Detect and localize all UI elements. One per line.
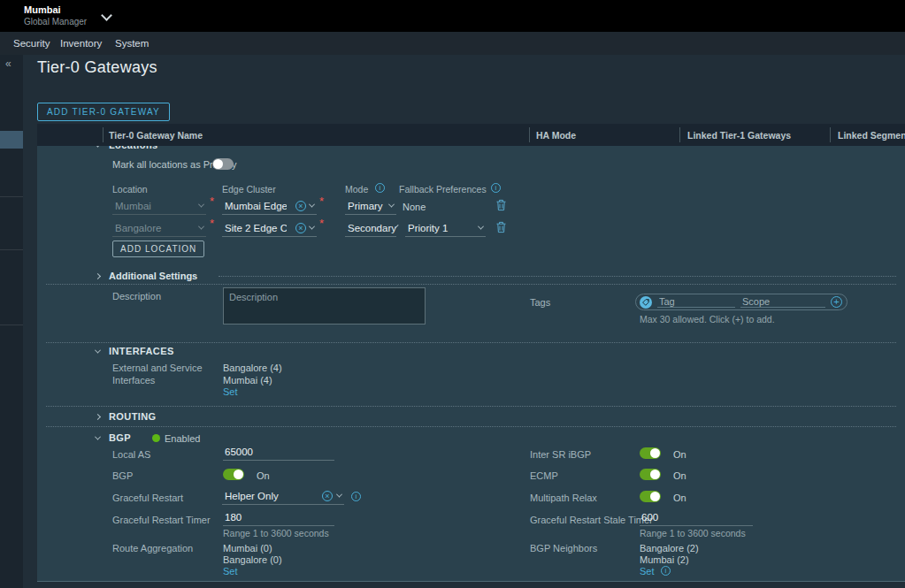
chevron-right-icon — [95, 272, 101, 279]
required-asterisk: * — [319, 217, 324, 230]
toggle-knob — [650, 492, 660, 501]
chevron-down-icon — [478, 224, 484, 230]
stale-timer-label: Graceful Restart Stale Timer — [530, 515, 653, 525]
delete-location-trash-icon[interactable] — [495, 221, 507, 233]
toggle-knob — [650, 470, 660, 479]
ecmp-label: ECMP — [530, 470, 558, 481]
scope-input[interactable] — [740, 296, 825, 308]
section-header-additional-settings[interactable]: Additional Settings — [96, 271, 197, 281]
required-asterisk: * — [210, 217, 214, 230]
graceful-restart-info-icon[interactable]: i — [351, 492, 361, 501]
sidebar-divider — [0, 196, 23, 197]
chevron-down-icon — [95, 433, 101, 439]
column-header-linked-segments: Linked Segments — [838, 130, 905, 141]
section-header-interfaces[interactable]: INTERFACES — [96, 346, 174, 356]
column-header-ha-mode: HA Mode — [536, 130, 576, 141]
location-select-row1[interactable]: Mumbai — [112, 199, 206, 215]
section-header-bgp[interactable]: BGP — [96, 432, 131, 443]
table-header-row: Tier-0 Gateway Name HA Mode Linked Tier-… — [37, 124, 905, 146]
bgp-status-text: Enabled — [165, 433, 200, 444]
tag-icon — [640, 296, 652, 309]
edge-cluster-value: Mumbai Edge Clu — [225, 201, 287, 211]
sidebar-item-active[interactable] — [0, 131, 23, 149]
multipath-relax-toggle[interactable] — [640, 491, 661, 502]
bgp-neighbors-value-1: Bangalore (2) — [640, 543, 699, 554]
add-tier0-gateway-button[interactable]: ADD TIER-0 GATEWAY — [37, 103, 170, 121]
location-value: Bangalore — [115, 223, 161, 233]
page-title: Tier-0 Gateways — [37, 58, 157, 77]
collapse-sidebar-icon[interactable]: « — [5, 57, 12, 70]
clear-icon[interactable]: × — [295, 201, 306, 211]
bgp-neighbors-set-link[interactable]: Set — [640, 566, 655, 577]
edge-cluster-select-row2[interactable]: Site 2 Edge Cluste × — [222, 221, 317, 237]
bgp-toggle[interactable] — [223, 469, 244, 480]
clear-icon[interactable]: × — [322, 491, 333, 501]
nav-item-system[interactable]: System — [115, 38, 149, 49]
mode-select-row1[interactable]: Primary — [345, 199, 396, 215]
section-header-routing[interactable]: ROUTING — [96, 411, 157, 422]
multipath-relax-label: Multipath Relax — [530, 493, 597, 503]
bgp-neighbors-info-icon[interactable]: i — [661, 566, 671, 576]
interfaces-field-label-line1: External and Service — [112, 363, 203, 373]
bgp-neighbors-label: BGP Neighbors — [530, 543, 597, 554]
mark-all-primary-toggle[interactable] — [212, 158, 234, 170]
fallback-value-row1: None — [403, 202, 426, 212]
location-select-row2[interactable]: Bangalore — [112, 221, 206, 237]
left-sidebar: « — [0, 55, 23, 588]
column-header-linked-t1: Linked Tier-1 Gateways — [687, 130, 791, 141]
route-aggregation-set-link[interactable]: Set — [223, 566, 238, 577]
local-as-label: Local AS — [112, 449, 150, 460]
ecmp-state: On — [673, 470, 686, 481]
chevron-down-icon — [95, 347, 101, 353]
chevron-down-icon — [95, 146, 101, 147]
fallback-value: Priority 1 — [408, 223, 448, 233]
section-title: ROUTING — [109, 411, 157, 422]
chevron-down-icon — [309, 202, 315, 208]
col-label-edge-cluster: Edge Cluster — [222, 184, 276, 195]
divider — [46, 406, 896, 407]
gr-timer-input[interactable] — [223, 511, 334, 526]
graceful-restart-select[interactable]: Helper Only × — [222, 489, 344, 505]
mode-info-icon[interactable]: i — [375, 183, 385, 193]
add-location-button[interactable]: ADD LOCATION — [112, 241, 204, 257]
mode-select-row2[interactable]: Secondary — [345, 221, 396, 237]
col-label-fallback: Fallback Preferences — [399, 184, 487, 195]
column-separator — [830, 127, 831, 142]
route-aggregation-value-2: Bangalore (0) — [223, 554, 282, 565]
add-tag-plus-icon[interactable]: + — [831, 296, 842, 308]
col-label-mode: Mode — [345, 184, 368, 195]
mode-value: Secondary — [348, 223, 396, 233]
inter-sr-ibgp-toggle[interactable] — [640, 447, 661, 459]
location-value: Mumbai — [115, 201, 151, 211]
chevron-down-icon — [309, 224, 315, 230]
section-header-locations[interactable]: Locations — [96, 146, 158, 150]
edge-cluster-select-row1[interactable]: Mumbai Edge Clu × — [222, 199, 317, 215]
fallback-select-row2[interactable]: Priority 1 — [405, 221, 486, 237]
section-title: INTERFACES — [109, 346, 174, 356]
delete-location-trash-icon[interactable] — [495, 199, 507, 211]
description-textarea[interactable] — [223, 287, 426, 325]
interfaces-value-1: Bangalore (4) — [223, 363, 282, 373]
divider — [46, 426, 896, 427]
site-switcher-chevron-down-icon[interactable] — [103, 11, 111, 19]
divider — [46, 342, 896, 343]
bgp-neighbors-value-2: Mumbai (2) — [640, 554, 689, 565]
gr-timer-helper: Range 1 to 3600 seconds — [223, 528, 329, 538]
fallback-info-icon[interactable]: i — [491, 183, 501, 193]
chevron-down-icon — [198, 202, 204, 208]
interfaces-field-label-line2: Interfaces — [112, 375, 155, 386]
clear-icon[interactable]: × — [295, 223, 306, 233]
ecmp-toggle[interactable] — [640, 469, 661, 480]
interfaces-set-link[interactable]: Set — [223, 386, 238, 397]
nav-item-inventory[interactable]: Inventory — [60, 38, 102, 49]
top-bar: Mumbai Global Manager — [0, 0, 905, 32]
graceful-restart-value: Helper Only — [225, 491, 279, 501]
nav-item-security[interactable]: Security — [13, 38, 50, 49]
column-separator — [529, 127, 530, 142]
toggle-knob — [650, 448, 660, 458]
inter-sr-ibgp-state: On — [673, 449, 686, 460]
local-as-input[interactable] — [223, 446, 334, 461]
tags-helper-text: Max 30 allowed. Click (+) to add. — [640, 314, 775, 325]
tag-input[interactable] — [657, 296, 735, 308]
stale-timer-input[interactable] — [640, 511, 753, 526]
